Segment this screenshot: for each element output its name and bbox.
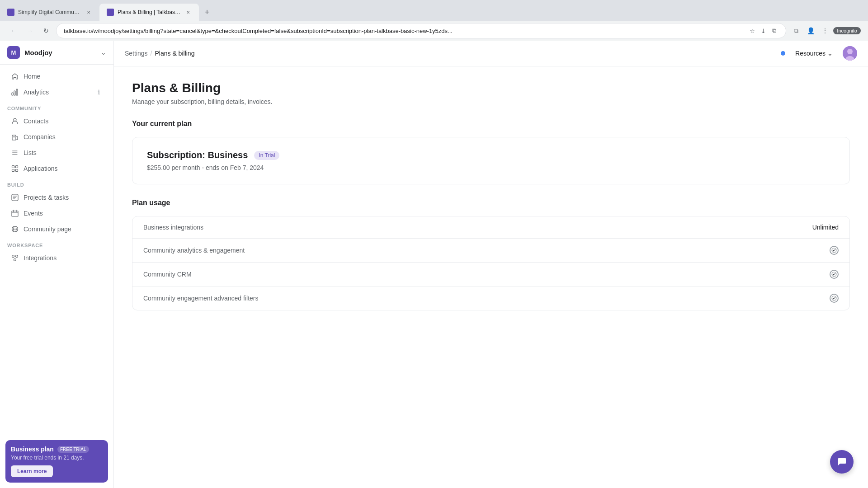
- sidebar-item-events[interactable]: Events: [4, 206, 110, 221]
- sidebar-bottom-desc: Your free trial ends in 21 days.: [11, 455, 103, 461]
- top-bar: Settings / Plans & billing Resources ⌄: [114, 41, 868, 66]
- svg-point-12: [12, 150, 13, 151]
- tab-1-favicon: [7, 9, 14, 16]
- usage-section-title: Plan usage: [132, 199, 850, 207]
- plan-badge: In Trial: [254, 151, 279, 160]
- plan-card: Subscription: Business In Trial $255.00 …: [132, 137, 850, 184]
- home-icon: [11, 72, 19, 80]
- integrations-icon: [11, 254, 19, 262]
- sidebar-item-projects[interactable]: Projects & tasks: [4, 190, 110, 205]
- svg-point-32: [14, 259, 16, 261]
- sidebar-bottom-header: Business plan FREE TRIAL: [11, 446, 103, 453]
- applications-icon: [11, 164, 19, 173]
- top-bar-right: Resources ⌄: [781, 46, 857, 61]
- events-icon: [11, 209, 19, 217]
- sidebar-item-home[interactable]: Home: [4, 69, 110, 84]
- new-tab-button[interactable]: +: [201, 6, 213, 19]
- breadcrumb-separator: /: [151, 50, 152, 57]
- svg-rect-2: [16, 89, 18, 95]
- page-subtitle: Manage your subscription, billing detail…: [132, 98, 850, 105]
- usage-label-community-analytics: Community analytics & engagement: [143, 247, 830, 254]
- learn-more-button[interactable]: Learn more: [11, 465, 53, 477]
- sidebar-item-integrations[interactable]: Integrations: [4, 250, 110, 266]
- contacts-icon: [11, 117, 19, 125]
- community-page-icon: [11, 225, 19, 233]
- resources-chevron-icon: ⌄: [827, 50, 833, 57]
- sidebar-item-analytics[interactable]: Analytics ℹ: [4, 84, 110, 100]
- status-indicator: [781, 51, 785, 56]
- tab-2-label: Plans & Billing | Talkbase.io: [118, 9, 181, 15]
- current-plan-section-title: Your current plan: [132, 120, 850, 128]
- events-label: Events: [24, 210, 43, 217]
- chat-fab-button[interactable]: [830, 450, 854, 474]
- plan-price: $255.00 per month - ends on Feb 7, 2024: [147, 164, 835, 171]
- sidebar-item-lists[interactable]: Lists: [4, 145, 110, 160]
- lists-icon: [11, 149, 19, 157]
- contacts-label: Contacts: [24, 117, 48, 125]
- lists-label: Lists: [24, 149, 37, 156]
- url-text: talkbase.io/w/moodjoy/settings/billing?s…: [64, 28, 744, 34]
- extensions-button[interactable]: ⧉: [790, 24, 802, 37]
- sidebar-item-community-page[interactable]: Community page: [4, 221, 110, 237]
- projects-label: Projects & tasks: [24, 194, 69, 201]
- tab-1-label: Simplify Digital Community Ma...: [18, 9, 81, 15]
- companies-label: Companies: [24, 133, 56, 141]
- incognito-badge: Incognito: [833, 27, 861, 34]
- plan-name: Subscription: Business: [147, 150, 248, 160]
- usage-row-engagement-filters: Community engagement advanced filters: [132, 286, 849, 310]
- sidebar-header[interactable]: M Moodjoy ⌄: [0, 41, 113, 65]
- tab-2-favicon: [107, 9, 114, 16]
- back-button[interactable]: ←: [7, 24, 20, 37]
- url-bar[interactable]: talkbase.io/w/moodjoy/settings/billing?s…: [56, 23, 786, 38]
- svg-point-31: [16, 255, 18, 258]
- usage-row-business-integrations: Business integrations Unlimited: [132, 216, 849, 239]
- check-icon-community-analytics: [830, 246, 839, 255]
- browser-chrome: Simplify Digital Community Ma... ✕ Plans…: [0, 0, 868, 41]
- sidebar-item-applications[interactable]: Applications: [4, 161, 110, 176]
- svg-point-34: [847, 49, 853, 54]
- usage-table: Business integrations Unlimited Communit…: [132, 216, 850, 310]
- extension-icon[interactable]: ⧉: [769, 26, 778, 35]
- tab-bar: Simplify Digital Community Ma... ✕ Plans…: [0, 0, 868, 21]
- tab-1[interactable]: Simplify Digital Community Ma... ✕: [0, 4, 99, 21]
- usage-label-community-crm: Community CRM: [143, 271, 830, 278]
- resources-label: Resources: [795, 50, 826, 57]
- tab-2[interactable]: Plans & Billing | Talkbase.io ✕: [99, 4, 199, 21]
- menu-button[interactable]: ⋮: [819, 24, 831, 37]
- integrations-label: Integrations: [24, 254, 57, 262]
- tab-1-close[interactable]: ✕: [85, 9, 92, 16]
- svg-point-14: [12, 154, 13, 155]
- profile-button[interactable]: 👤: [804, 24, 817, 37]
- home-label: Home: [24, 73, 40, 80]
- svg-rect-23: [12, 211, 18, 216]
- applications-label: Applications: [24, 165, 58, 172]
- sidebar-chevron-icon: ⌄: [101, 49, 106, 56]
- sidebar-logo: M: [7, 46, 20, 59]
- svg-point-13: [12, 152, 13, 153]
- svg-rect-0: [12, 93, 13, 95]
- forward-button[interactable]: →: [24, 24, 36, 37]
- url-icons: ☆ ⤓ ⧉: [748, 26, 778, 35]
- analytics-icon: [11, 88, 19, 96]
- browser-actions: ⧉ 👤 ⋮ Incognito: [790, 24, 861, 37]
- check-icon-community-crm: [830, 270, 839, 279]
- download-icon[interactable]: ⤓: [759, 26, 768, 35]
- sidebar-bottom-plan: Business plan FREE TRIAL Your free trial…: [5, 440, 108, 483]
- svg-rect-4: [12, 135, 16, 140]
- resources-button[interactable]: Resources ⌄: [791, 47, 837, 60]
- tab-2-close[interactable]: ✕: [184, 9, 192, 16]
- svg-rect-17: [12, 169, 14, 172]
- sidebar-item-companies[interactable]: Companies: [4, 129, 110, 145]
- analytics-info-icon: ℹ: [94, 88, 103, 96]
- refresh-button[interactable]: ↻: [40, 24, 52, 37]
- svg-rect-16: [16, 166, 18, 168]
- bookmark-icon[interactable]: ☆: [748, 26, 757, 35]
- sidebar-item-contacts[interactable]: Contacts: [4, 113, 110, 129]
- page-content: Plans & Billing Manage your subscription…: [114, 66, 868, 325]
- usage-row-community-analytics: Community analytics & engagement: [132, 239, 849, 263]
- community-section-label: COMMUNITY: [0, 100, 113, 113]
- breadcrumb-root[interactable]: Settings: [125, 50, 148, 57]
- user-avatar[interactable]: [843, 46, 857, 61]
- svg-point-3: [14, 118, 16, 121]
- breadcrumb-current: Plans & billing: [155, 50, 194, 57]
